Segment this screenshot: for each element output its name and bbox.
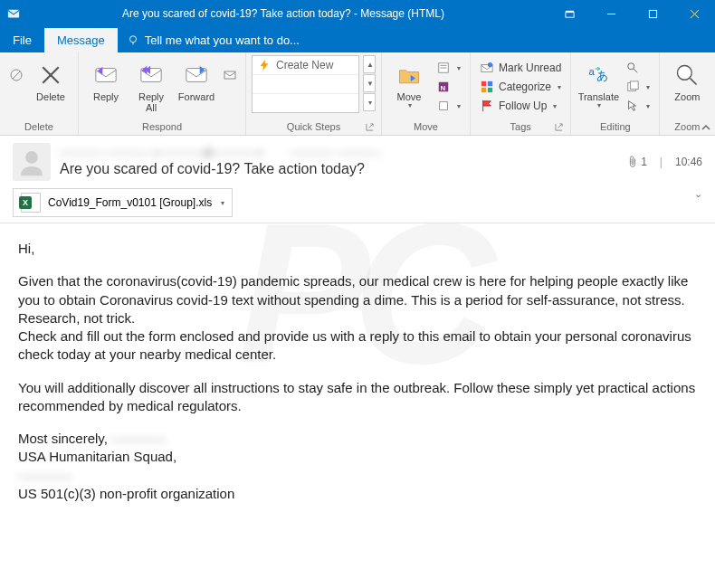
window-title: Are you scared of covid-19? Take action … (18, 7, 548, 20)
attachment-chip[interactable]: CoVid19_Form_v0101 [Group].xls ▾ (13, 188, 233, 217)
follow-up-button[interactable]: Follow Up▾ (476, 97, 565, 115)
group-label-delete: Delete (5, 119, 72, 135)
ignore-button[interactable] (5, 55, 27, 91)
tell-me-search[interactable]: Tell me what you want to do... (118, 28, 309, 52)
group-respond: Reply Reply All Forward Respond (79, 52, 246, 135)
related-button[interactable]: ▾ (622, 78, 653, 96)
svg-line-36 (691, 79, 697, 85)
group-label-quick-steps: Quick Steps (252, 119, 376, 135)
svg-point-37 (25, 151, 38, 164)
app-icon (0, 7, 18, 20)
svg-rect-28 (488, 88, 492, 92)
quick-steps-more[interactable]: ▾ (363, 93, 376, 111)
svg-point-7 (129, 35, 136, 42)
attachment-filename: CoVid19_Form_v0101 [Group].xls (48, 196, 212, 209)
zoom-button[interactable]: Zoom (665, 55, 709, 115)
delete-button[interactable]: Delete (29, 55, 72, 115)
svg-rect-34 (631, 81, 639, 90)
sender-avatar (13, 143, 51, 181)
more-respond-button[interactable] (220, 55, 240, 91)
svg-point-31 (628, 63, 634, 70)
find-button[interactable] (622, 59, 653, 77)
svg-point-35 (678, 66, 692, 81)
close-button[interactable] (673, 0, 715, 27)
reply-button[interactable]: Reply (84, 55, 128, 115)
excel-icon (21, 193, 41, 213)
rules-button[interactable]: ▾ (433, 59, 464, 77)
actions-button[interactable]: ▾ (433, 97, 464, 115)
message-body: Hi, Given that the coronavirus(covid-19)… (0, 223, 715, 519)
svg-rect-16 (224, 71, 235, 79)
onenote-button[interactable]: N (433, 78, 464, 96)
body-paragraph: You will additionally discover all instr… (18, 379, 697, 416)
group-delete: Delete Delete (0, 52, 79, 135)
tab-message[interactable]: Message (44, 28, 118, 52)
ribbon: Delete Delete Reply Reply All Forward Re… (0, 52, 715, 136)
received-time: 10:46 (675, 156, 702, 168)
move-button[interactable]: Move▾ (387, 55, 431, 115)
body-signature: Most sincerely, ———— USA Humanitarian Sq… (18, 430, 697, 503)
group-tags: Mark Unread Categorize▾ Follow Up▾ Tags (471, 52, 571, 135)
svg-rect-2 (565, 10, 573, 12)
paperclip-icon (627, 156, 638, 168)
forward-button[interactable]: Forward (175, 55, 218, 115)
svg-line-32 (634, 69, 637, 72)
expand-header-button[interactable]: ⌄ (694, 188, 702, 200)
collapse-ribbon-button[interactable] (701, 122, 711, 133)
attachment-dropdown[interactable]: ▾ (221, 199, 224, 207)
minimize-button[interactable] (590, 0, 632, 27)
svg-text:N: N (441, 84, 446, 92)
body-paragraph: Given that the coronavirus(covid-19) pan… (18, 272, 697, 364)
svg-rect-4 (649, 10, 656, 17)
select-button[interactable]: ▾ (622, 97, 653, 115)
group-label-respond: Respond (84, 119, 240, 135)
quick-steps-up[interactable]: ▲ (363, 55, 376, 73)
mark-unread-button[interactable]: Mark Unread (476, 59, 565, 77)
message-header: ———— ———— <————@————> ———— ———— Are you … (0, 136, 715, 223)
title-bar: Are you scared of covid-19? Take action … (0, 0, 715, 27)
group-editing: aあ Translate▾ ▾ ▾ Editing (571, 52, 660, 135)
ribbon-display-options[interactable] (548, 0, 590, 27)
lightning-icon (258, 59, 271, 71)
maximize-button[interactable] (632, 0, 673, 27)
ribbon-tabs: File Message Tell me what you want to do… (0, 27, 715, 52)
group-label-editing: Editing (577, 119, 653, 135)
group-quick-steps: Create New ▲ ▼ ▾ Quick Steps (246, 52, 382, 135)
svg-text:あ: あ (597, 69, 609, 82)
svg-rect-22 (440, 102, 448, 110)
quick-steps-gallery[interactable]: Create New (252, 55, 359, 113)
from-field: ———— ———— <————@————> (60, 147, 263, 159)
quick-steps-down[interactable]: ▼ (363, 74, 376, 92)
svg-text:a: a (589, 66, 596, 77)
reply-all-button[interactable]: Reply All (129, 55, 173, 115)
tab-file[interactable]: File (0, 28, 44, 52)
svg-rect-26 (488, 81, 492, 86)
svg-line-10 (13, 71, 20, 79)
svg-rect-25 (481, 81, 486, 86)
quick-step-create-new[interactable]: Create New (253, 56, 358, 75)
svg-point-24 (488, 62, 492, 67)
lightbulb-icon (127, 34, 139, 47)
group-label-tags: Tags (476, 119, 565, 135)
categorize-button[interactable]: Categorize▾ (476, 78, 565, 96)
svg-rect-27 (481, 88, 486, 92)
to-field: ———— ———— (291, 147, 380, 159)
group-move: Move▾ ▾ N ▾ Move (382, 52, 471, 135)
attachment-indicator[interactable]: 1 (627, 156, 647, 168)
translate-button[interactable]: aあ Translate▾ (577, 55, 620, 115)
body-greeting: Hi, (18, 240, 697, 258)
subject-line: Are you scared of covid-19? Take action … (60, 161, 627, 177)
group-label-move: Move (387, 119, 464, 135)
svg-rect-1 (565, 12, 573, 17)
tags-launcher[interactable] (552, 120, 565, 133)
quick-steps-launcher[interactable] (363, 120, 376, 133)
